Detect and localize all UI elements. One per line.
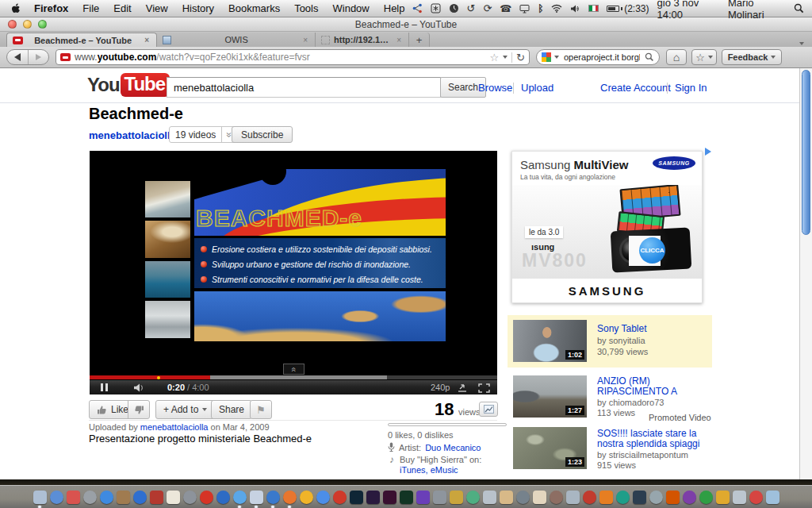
tab-ip-address[interactable]: http://192.106.234.18/ × [316,33,409,47]
dock-icon[interactable] [233,491,247,504]
related-title-link[interactable]: nostra splendida spiaggi [597,439,712,449]
tab-overflow-button[interactable] [791,39,812,47]
dock-icon[interactable] [383,491,396,504]
related-thumbnail[interactable]: 1:02 [513,320,587,362]
dock-icon[interactable] [649,491,663,504]
dock-icon[interactable] [33,491,47,504]
magnifier-icon[interactable] [645,52,654,62]
dislike-button[interactable] [128,400,150,419]
playhead-marker[interactable] [157,376,160,379]
dock-icon[interactable] [50,491,63,504]
menu-window[interactable]: Window [326,0,377,17]
dock-icon[interactable] [516,491,530,504]
dock-icon[interactable] [466,491,480,504]
collapse-overlay-button[interactable]: « [283,364,304,375]
quality-button[interactable]: 240p [431,383,450,392]
channel-link[interactable]: menebattolaciolla [89,129,176,141]
related-author[interactable]: by chiomadoro73 [597,398,664,407]
dock-icon[interactable] [550,491,563,504]
dock-icon[interactable] [300,491,313,504]
search-bar[interactable] [536,49,660,65]
search-engine-dropdown-icon[interactable] [554,56,559,59]
related-title-link[interactable]: Sony Tablet [597,324,712,334]
input-menu-icon[interactable] [431,3,441,13]
dock-icon[interactable] [749,491,763,504]
dock-icon[interactable] [67,491,80,504]
upload-link[interactable]: Upload [521,82,553,94]
dock-icon[interactable] [450,491,463,504]
youtube-logo[interactable]: You Tube [87,73,170,97]
dock-icon[interactable] [599,491,613,504]
feedback-button[interactable]: Feedback [722,49,782,65]
menu-edit[interactable]: Edit [106,0,138,17]
dock-icon[interactable] [117,491,130,504]
related-author[interactable]: by sonyitalia [597,336,645,345]
clicca-bubble[interactable]: CLICCA [639,237,665,264]
share-button[interactable]: Share [211,400,252,419]
dock-icon[interactable] [666,491,680,504]
share-network-icon[interactable] [412,3,423,13]
dock-icon[interactable] [216,491,230,504]
dock-icon[interactable] [133,491,147,504]
menu-history[interactable]: History [175,0,221,17]
dock-icon[interactable] [533,491,546,504]
video-player[interactable]: Erosione costiera e utilizzo sostenibile… [90,151,497,394]
related-title-link[interactable]: RIPASCIMENTO A [597,387,712,397]
reload-icon[interactable]: ↻ [511,52,525,63]
videos-count-button[interactable]: 19 videos « [169,126,236,143]
dock-icon[interactable] [150,491,163,504]
dock-icon[interactable] [167,491,180,504]
itunes-link[interactable]: iTunes, [400,465,428,475]
related-author[interactable]: by strisciailmetapontum [597,450,688,460]
search-input[interactable] [562,52,642,63]
uploader-link[interactable]: menebattolaciolla [140,422,209,432]
dock-icon[interactable] [333,491,347,504]
statistics-button[interactable] [479,402,498,417]
dock-icon[interactable] [433,491,446,504]
tab-beachmed[interactable]: Beachmed-e – YouTube × [6,33,157,47]
spotlight-icon[interactable] [794,3,804,13]
dock-icon[interactable] [366,491,380,504]
dock-icon[interactable] [350,491,363,504]
dock-icon[interactable] [183,491,197,504]
related-thumbnail[interactable]: 1:27 [513,375,587,418]
fullscreen-button[interactable] [478,383,490,393]
clock-icon[interactable] [449,3,459,13]
menu-view[interactable]: View [139,0,175,17]
menu-file[interactable]: File [75,0,106,17]
scrollbar-thumb[interactable] [802,70,810,235]
menu-datetime[interactable]: gio 3 nov 14:00 [657,0,720,21]
subscribe-button[interactable]: Subscribe [232,126,293,143]
time-machine-icon[interactable]: ↺ [467,2,476,14]
popout-button[interactable] [457,383,468,393]
bluetooth-icon[interactable]: ᛒ [538,3,543,14]
adchoices-icon[interactable] [705,148,711,156]
browse-link[interactable]: Browse [478,82,512,94]
url-dropdown-icon[interactable] [503,56,508,59]
dock-icon[interactable] [766,491,779,504]
scrollbar-track[interactable] [799,68,812,479]
forward-button[interactable] [28,50,49,64]
wifi-icon[interactable] [551,4,562,13]
volume-button[interactable] [133,383,145,393]
emusic-link[interactable]: eMusic [431,465,458,475]
dock-icon[interactable] [266,491,280,504]
dock-icon[interactable] [500,491,513,504]
dock-icon[interactable] [283,491,297,504]
dock-icon[interactable] [316,491,330,504]
sync-icon[interactable]: ⟳ [483,2,492,14]
url-bar[interactable]: www.youtube.com/watch?v=qoFze0ki1xk&feat… [56,49,530,65]
dock-icon[interactable] [483,491,496,504]
youtube-search-input[interactable] [167,77,441,98]
battery-icon[interactable]: (2:33) [607,3,649,14]
bookmarks-button[interactable]: ☆ [691,49,717,65]
dock-icon[interactable] [416,491,430,504]
google-icon[interactable] [542,52,551,62]
dock-icon[interactable] [733,491,746,504]
display-icon[interactable] [519,4,530,13]
dock-icon[interactable] [633,491,646,504]
close-tab-icon[interactable]: × [301,36,309,44]
dock-icon[interactable] [250,491,263,504]
apple-menu[interactable] [8,3,27,14]
menu-user[interactable]: Mario Molinari [728,0,786,21]
